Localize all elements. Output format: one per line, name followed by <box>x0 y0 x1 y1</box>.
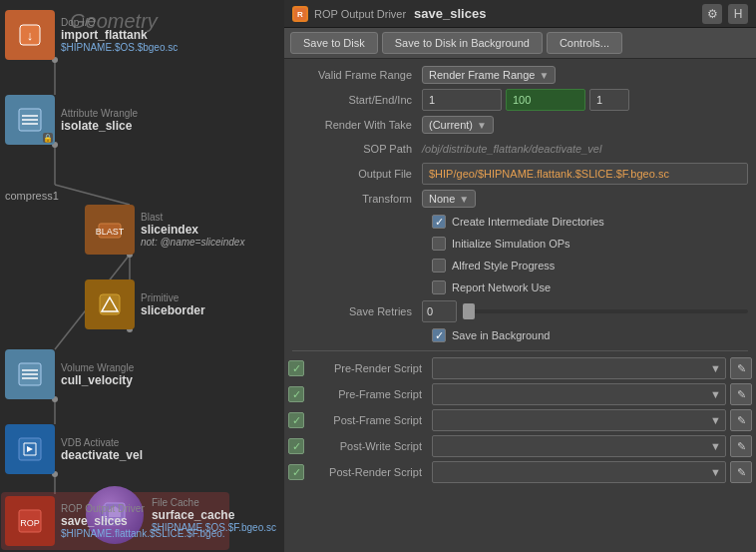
node-path-import: $HIPNAME.$OS.$bgeo.sc <box>61 42 178 53</box>
post-frame-script-select[interactable]: ▼ <box>432 409 726 431</box>
save-background-button[interactable]: Save to Disk in Background <box>382 32 543 54</box>
pre-render-script-edit-btn[interactable]: ✎ <box>730 357 752 379</box>
report-network-use-checkbox[interactable] <box>432 280 446 294</box>
save-to-disk-button[interactable]: Save to Disk <box>290 32 378 54</box>
save-in-background-label: Save in Background <box>452 329 550 341</box>
init-sim-ops-label: Initialize Simulation OPs <box>452 238 570 250</box>
output-file-row: Output File <box>284 161 756 187</box>
save-in-background-row: ✓ Save in Background <box>284 324 756 346</box>
node-type-label: ROP Output Driver <box>314 8 406 20</box>
controls-button[interactable]: Controls... <box>547 32 622 54</box>
inc-value-input[interactable] <box>589 89 629 111</box>
rop-icon: R <box>292 6 308 22</box>
node-save-slices[interactable]: ROP ROP Output Driver save_slices $HIPNA… <box>5 496 225 546</box>
sop-path-label: SOP Path <box>292 143 422 155</box>
pin-button[interactable]: H <box>728 4 748 24</box>
node-name-sliceborder: sliceborder <box>141 303 205 317</box>
save-retries-input[interactable] <box>422 300 457 322</box>
post-write-script-select[interactable]: ▼ <box>432 435 726 457</box>
gear-button[interactable]: ⚙ <box>702 4 722 24</box>
transform-select[interactable]: None ▼ <box>422 190 476 208</box>
node-path-save-slices: $HIPNAME.flattank.$SLICE.$F.bgeo. <box>61 528 225 539</box>
save-retries-label: Save Retries <box>292 305 422 317</box>
node-sliceborder[interactable]: Primitive sliceborder <box>85 279 205 329</box>
render-with-take-text: (Current) <box>429 119 473 131</box>
render-with-take-value: (Current) ▼ <box>422 116 748 134</box>
properties-area: Valid Frame Range Render Frame Range ▼ S… <box>284 59 756 552</box>
separator <box>292 350 748 351</box>
post-write-script-label: Post-Write Script <box>308 440 428 452</box>
svg-line-2 <box>55 185 130 205</box>
take-chevron-icon: ▼ <box>477 120 487 131</box>
report-network-use-label: Report Network Use <box>452 281 551 293</box>
svg-text:BLAST: BLAST <box>96 227 124 237</box>
node-sub-sliceindex: not: @name=sliceindex <box>141 237 244 248</box>
node-category-cull: Volume Wrangle <box>61 362 134 373</box>
render-with-take-select[interactable]: (Current) ▼ <box>422 116 494 134</box>
node-category-sliceborder: Primitive <box>141 292 205 303</box>
node-icon-isolate: 🔒 <box>5 95 55 145</box>
node-cull-velocity[interactable]: Volume Wrangle cull_velocity <box>5 349 134 399</box>
node-icon-save-slices: ROP <box>5 496 55 546</box>
post-write-script-checkbox[interactable]: ✓ <box>288 438 304 454</box>
pre-render-chevron-icon: ▼ <box>710 362 721 374</box>
node-isolate-slice[interactable]: 🔒 Attribute Wrangle isolate_slice <box>5 95 138 145</box>
node-name-sliceindex: sliceindex <box>141 223 244 237</box>
node-deactivate-vel[interactable]: VDB Activate deactivate_vel <box>5 424 143 474</box>
chevron-down-icon: ▼ <box>539 70 549 81</box>
node-category-isolate: Attribute Wrangle <box>61 108 138 119</box>
save-retries-thumb[interactable] <box>463 303 475 319</box>
node-category-deactivate: VDB Activate <box>61 437 143 448</box>
post-render-script-row: ✓ Post-Render Script ▼ ✎ <box>284 459 756 485</box>
create-intermediate-checkbox[interactable]: ✓ <box>432 215 446 229</box>
node-import-flattank[interactable]: ↓ Dop I/O import_flattank $HIPNAME.$OS.$… <box>5 10 178 60</box>
post-render-script-edit-btn[interactable]: ✎ <box>730 461 752 483</box>
save-retries-track[interactable] <box>463 309 748 313</box>
save-retries-value <box>422 300 748 322</box>
pre-frame-script-edit-btn[interactable]: ✎ <box>730 383 752 405</box>
post-frame-script-edit-btn[interactable]: ✎ <box>730 409 752 431</box>
output-file-value <box>422 163 748 185</box>
svg-text:↓: ↓ <box>27 28 34 43</box>
valid-frame-range-value: Render Frame Range ▼ <box>422 66 748 84</box>
create-intermediate-row: ✓ Create Intermediate Directories <box>284 211 756 233</box>
node-sliceindex[interactable]: BLAST Blast sliceindex not: @name=slicei… <box>85 205 244 255</box>
render-with-take-row: Render With Take (Current) ▼ <box>284 113 756 137</box>
toolbar: Save to Disk Save to Disk in Background … <box>284 28 756 59</box>
post-render-script-checkbox[interactable]: ✓ <box>288 464 304 480</box>
init-sim-ops-row: Initialize Simulation OPs <box>284 233 756 255</box>
post-write-script-edit-btn[interactable]: ✎ <box>730 435 752 457</box>
post-frame-script-label: Post-Frame Script <box>308 414 428 426</box>
sop-path-row: SOP Path /obj/distribute_flattank/deacti… <box>284 137 756 161</box>
post-frame-script-checkbox[interactable]: ✓ <box>288 412 304 428</box>
post-write-chevron-icon: ▼ <box>710 440 721 452</box>
node-graph[interactable]: Geometry ↓ Dop I/O import_flattank $HIPN… <box>0 0 284 552</box>
title-actions: ⚙ H <box>702 4 748 24</box>
post-render-chevron-icon: ▼ <box>710 466 721 478</box>
valid-frame-range-select[interactable]: Render Frame Range ▼ <box>422 66 556 84</box>
init-sim-ops-checkbox[interactable] <box>432 237 446 251</box>
pre-render-script-select[interactable]: ▼ <box>432 357 726 379</box>
post-render-script-select[interactable]: ▼ <box>432 461 726 483</box>
properties-panel: R ROP Output Driver save_slices ⚙ H Save… <box>284 0 756 552</box>
pre-render-script-checkbox[interactable]: ✓ <box>288 360 304 376</box>
pre-render-script-row: ✓ Pre-Render Script ▼ ✎ <box>284 355 756 381</box>
transform-text: None <box>429 193 455 205</box>
end-value-input[interactable] <box>506 89 585 111</box>
post-frame-chevron-icon: ▼ <box>710 414 721 426</box>
sop-path-display: /obj/distribute_flattank/deactivate_vel <box>422 143 601 155</box>
create-intermediate-label: Create Intermediate Directories <box>452 216 604 228</box>
render-with-take-label: Render With Take <box>292 119 422 131</box>
output-file-input[interactable] <box>422 163 748 185</box>
pre-render-script-label: Pre-Render Script <box>308 362 428 374</box>
pre-frame-script-select[interactable]: ▼ <box>432 383 726 405</box>
post-write-script-row: ✓ Post-Write Script ▼ ✎ <box>284 433 756 459</box>
save-in-background-checkbox[interactable]: ✓ <box>432 328 446 342</box>
start-end-inc-label: Start/End/Inc <box>292 94 422 106</box>
pre-frame-script-checkbox[interactable]: ✓ <box>288 386 304 402</box>
pre-frame-chevron-icon: ▼ <box>710 388 721 400</box>
sop-path-value: /obj/distribute_flattank/deactivate_vel <box>422 143 748 155</box>
alfred-progress-checkbox[interactable] <box>432 259 446 273</box>
start-value-input[interactable] <box>422 89 502 111</box>
node-category-import: Dop I/O <box>61 17 178 28</box>
